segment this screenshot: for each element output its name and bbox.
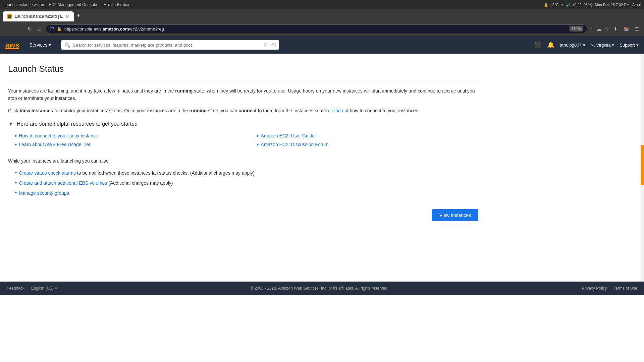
feedback-link[interactable]: Feedback <box>7 286 24 291</box>
while-launching-text: While your instances are launching you c… <box>8 157 478 165</box>
bookmarks-icon[interactable]: 📚 <box>622 24 631 33</box>
action-link-1[interactable]: Create status check alarms <box>19 170 76 176</box>
action-item-3: • Manage security groups <box>15 190 478 196</box>
forward-button[interactable]: → <box>14 24 23 33</box>
nav-extras: ··· ☁ ☆ <box>589 26 609 32</box>
bullet-4: • <box>257 142 259 148</box>
download-icon[interactable]: ⬇ <box>611 24 620 33</box>
privacy-policy-link[interactable]: Privacy Policy <box>582 286 607 291</box>
footer-copyright: © 2008 - 2020, Amazon Web Services, Inc.… <box>251 286 388 291</box>
address-bar[interactable]: 🛡 🔒 https://console.aws.amazon.com/ec2/v… <box>45 24 587 33</box>
browser-nav: ← → ↻ ⌂ 🛡 🔒 https://console.aws.amazon.c… <box>0 21 644 36</box>
resource-link-4[interactable]: Amazon EC2: Discussion Forum <box>261 142 328 147</box>
language-selector[interactable]: English (US) ▾ <box>31 286 57 291</box>
browser-titlebar: Launch instance wizard | EC2 Management … <box>0 0 644 9</box>
aws-search-bar[interactable]: 🔍 [Alt+S] <box>61 40 279 50</box>
resource-item-1: • How to connect to your Linux instance <box>15 133 236 139</box>
search-shortcut: [Alt+S] <box>264 43 276 47</box>
nav-pocket-icon[interactable]: ☁ <box>596 26 602 32</box>
action-item-2: • Create and attach additional EBS volum… <box>15 180 478 186</box>
action-link-3[interactable]: Manage security groups <box>19 190 69 196</box>
active-tab[interactable]: ⬛ Launch instance wizard | E ✕ <box>3 11 74 21</box>
refresh-button[interactable]: ↻ <box>25 24 34 34</box>
view-instances-wrap: View Instances <box>8 206 478 228</box>
browser-tabs: ⬛ Launch instance wizard | E ✕ + <box>0 9 644 21</box>
home-button[interactable]: ⌂ <box>36 24 43 33</box>
helpful-resources-title: Here are some helpful resources to get y… <box>17 121 138 127</box>
bullet-3: • <box>257 133 259 139</box>
nav-menu-icon[interactable]: ··· <box>589 26 594 32</box>
search-input[interactable] <box>73 43 261 48</box>
address-text: https://console.aws.amazon.com/ec2/v2/ho… <box>64 26 567 32</box>
shield-icon: 🛡 <box>50 26 54 32</box>
description-paragraph-2: Click View Instances to monitor your ins… <box>8 107 478 114</box>
aws-header-right: ⬛ 🔔 athulpg007 ▾ N. Virginia ▾ Support ▾ <box>534 41 639 49</box>
page-title: Launch Status <box>8 64 478 74</box>
lock-icon: 🔒 <box>57 26 62 31</box>
titlebar-text: Launch instance wizard | EC2 Management … <box>3 2 129 7</box>
bullet-1: • <box>15 133 17 139</box>
language-label: English (US) <box>31 286 54 291</box>
action-bullet-3: • <box>15 190 17 196</box>
terminal-icon[interactable]: ⬛ <box>534 41 542 49</box>
resources-grid: • How to connect to your Linux instance … <box>8 133 478 148</box>
support-menu[interactable]: Support ▾ <box>620 43 639 48</box>
resource-item-3: • Amazon EC2: User Guide <box>257 133 478 139</box>
zoom-badge: 110% <box>570 26 583 32</box>
titlebar-right: 🔒 -2°C ♦ 🔊 (0:22, 96%) Mon Dec 28 7:02 P… <box>544 3 641 7</box>
action-text-1: to be notified when these instances fail… <box>77 170 255 176</box>
action-text-2: (Additional charges may apply) <box>108 180 173 186</box>
collapse-chevron[interactable]: ▼ <box>8 121 13 127</box>
services-nav[interactable]: Services ▾ <box>26 40 55 50</box>
footer-left: Feedback English (US) ▾ <box>7 286 57 291</box>
bell-icon[interactable]: 🔔 <box>547 41 554 49</box>
search-icon: 🔍 <box>64 42 70 48</box>
services-label: Services <box>30 42 48 48</box>
page-wrapper: Launch Status Your instances are launchi… <box>0 54 644 282</box>
region-menu[interactable]: N. Virginia ▾ <box>591 43 614 48</box>
action-bullet-2: • <box>15 180 17 186</box>
region-chevron: ▾ <box>612 43 614 48</box>
footer-right: Privacy Policy Terms of Use <box>582 286 637 291</box>
resource-item-4: • Amazon EC2: Discussion Forum <box>257 142 478 148</box>
user-menu[interactable]: athulpg007 ▾ <box>560 43 585 48</box>
helpful-resources-header: ▼ Here are some helpful resources to get… <box>8 121 478 127</box>
tab-title: Launch instance wizard | E <box>15 14 63 19</box>
nav-star-icon[interactable]: ☆ <box>604 26 609 32</box>
action-list: • Create status check alarms to be notif… <box>8 170 478 196</box>
scrollbar-thumb[interactable] <box>641 145 644 185</box>
support-label: Support <box>620 43 635 48</box>
scrollbar-track[interactable] <box>641 54 644 282</box>
action-item-1: • Create status check alarms to be notif… <box>15 170 478 176</box>
user-chevron: ▾ <box>583 43 585 48</box>
main-content: Launch Status Your instances are launchi… <box>0 54 486 282</box>
find-out-link[interactable]: Find out <box>331 108 348 113</box>
aws-logo-text: aws <box>5 41 19 50</box>
footer: Feedback English (US) ▾ © 2008 - 2020, A… <box>0 282 644 295</box>
tab-favicon: ⬛ <box>7 14 12 19</box>
region-label: N. Virginia <box>591 43 611 48</box>
resource-item-2: • Learn about AWS Free Usage Tier <box>15 142 236 148</box>
bullet-2: • <box>15 142 17 148</box>
nav-icons-right: ⬇ 📚 ☰ <box>611 24 641 33</box>
resource-link-1[interactable]: How to connect to your Linux instance <box>19 133 98 138</box>
back-button[interactable]: ← <box>3 24 12 33</box>
username: athulpg007 <box>560 43 581 48</box>
description-paragraph-1: Your instances are launching, and it may… <box>8 87 478 102</box>
aws-logo[interactable]: aws <box>5 41 19 49</box>
language-chevron: ▾ <box>55 286 57 291</box>
browser-menu-icon[interactable]: ☰ <box>633 24 641 33</box>
terms-of-use-link[interactable]: Terms of Use <box>613 286 637 291</box>
support-chevron: ▾ <box>636 43 639 48</box>
action-link-2[interactable]: Create and attach additional EBS volumes <box>19 180 107 186</box>
tab-close-button[interactable]: ✕ <box>65 14 69 19</box>
services-chevron: ▾ <box>49 42 51 48</box>
resource-link-3[interactable]: Amazon EC2: User Guide <box>261 133 315 138</box>
resource-link-2[interactable]: Learn about AWS Free Usage Tier <box>19 142 90 147</box>
aws-header: aws Services ▾ 🔍 [Alt+S] ⬛ 🔔 athulpg007 … <box>0 36 644 54</box>
new-tab-button[interactable]: + <box>74 12 83 19</box>
title-divider <box>8 81 478 81</box>
view-instances-button[interactable]: View Instances <box>432 209 478 221</box>
action-bullet-1: • <box>15 170 17 176</box>
